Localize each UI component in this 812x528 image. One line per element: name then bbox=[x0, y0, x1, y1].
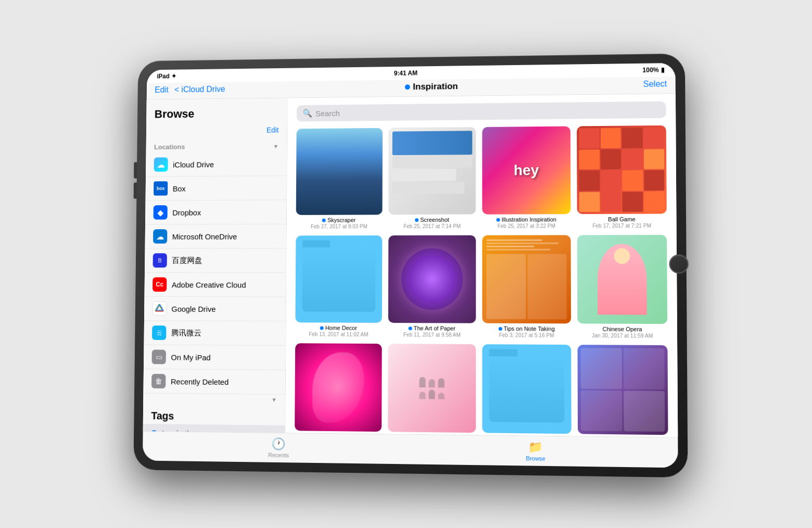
notestaking-name: Tips on Note Taking bbox=[498, 325, 554, 333]
locations-category: Locations ▼ bbox=[146, 136, 287, 153]
ballgame-date: Feb 17, 2017 at 7:21 PM bbox=[592, 223, 651, 229]
homedecor-dot bbox=[320, 326, 324, 330]
file-item-artofpaper[interactable]: The Art of Paper Feb 11, 2017 at 9:58 AM bbox=[388, 235, 476, 338]
sidebar-item-onedrive[interactable]: ☁ Microsoft OneDrive bbox=[145, 224, 286, 249]
sidebar-item-baidu[interactable]: B 百度网盘 bbox=[145, 248, 286, 273]
homedecor-thumb bbox=[295, 235, 382, 323]
volume-down-button bbox=[134, 182, 137, 198]
browse-label: Browse bbox=[526, 455, 545, 462]
screenshot-thumb bbox=[388, 127, 476, 215]
chineseopera-thumb bbox=[577, 235, 667, 324]
artofpaper-date: Feb 11, 2017 at 9:58 AM bbox=[403, 332, 461, 338]
status-right: 100% ▮ bbox=[642, 66, 665, 74]
nav-title-dot bbox=[404, 84, 410, 90]
file-item-illustrations[interactable]: Illustrations Jan 17, 2017 at 1:36 PM bbox=[482, 344, 571, 437]
locations-chevron: ▼ bbox=[273, 143, 279, 149]
dropbox-label: Dropbox bbox=[172, 208, 201, 217]
file-grid-area: 🔍 Search Skyscraper bbox=[285, 94, 678, 437]
skyscraper-name: Skyscraper bbox=[322, 217, 356, 224]
tab-browse[interactable]: 📁 Browse bbox=[526, 440, 545, 461]
chineseopera-name: Chinese Opera bbox=[602, 326, 642, 333]
pinkleaf-thumb bbox=[295, 344, 382, 432]
browse-icon: 📁 bbox=[528, 441, 543, 455]
sidebar-item-tencent[interactable]: 云 腾讯微云 bbox=[144, 321, 285, 346]
file-item-parksketch[interactable]: Park Sketch Jan 21, 2017 at 5:35 PM bbox=[388, 344, 476, 437]
sidebar-item-adobe[interactable]: Cc Adobe Creative Cloud bbox=[145, 273, 286, 297]
back-button[interactable]: < iCloud Drive bbox=[174, 85, 225, 95]
status-left: iPad ✦ bbox=[157, 72, 176, 80]
modernjewelry-thumb bbox=[577, 345, 668, 435]
icloud-label: iCloud Drive bbox=[173, 160, 214, 169]
ipad-screen: iPad ✦ 9:41 AM 100% ▮ Edit < iCloud Driv… bbox=[143, 63, 678, 468]
browse-title: Browse bbox=[146, 98, 287, 123]
adobe-icon: Cc bbox=[153, 278, 167, 292]
sidebar-item-trash[interactable]: 🗑 Recently Deleted bbox=[143, 369, 285, 395]
ballgame-name: Ball Game bbox=[608, 216, 636, 223]
sidebar-item-dropbox[interactable]: ◆ Dropbox bbox=[145, 200, 286, 224]
notestaking-date: Feb 3, 2017 at 5:16 PM bbox=[499, 332, 554, 338]
search-icon: 🔍 bbox=[303, 109, 313, 118]
notestaking-thumb bbox=[482, 235, 571, 324]
adobe-label: Adobe Creative Cloud bbox=[172, 280, 246, 289]
sidebar-item-icloud[interactable]: ☁ iCloud Drive bbox=[146, 152, 287, 177]
tencent-label: 腾讯微云 bbox=[171, 328, 201, 338]
tags-category: Tags bbox=[143, 404, 285, 425]
baidu-icon: B bbox=[153, 253, 167, 268]
file-grid: Skyscraper Feb 27, 2017 at 9:03 PM bbox=[290, 123, 674, 437]
illustration-name: Illustration Inspiration bbox=[497, 216, 556, 223]
tab-bar: 🕐 Recents 📁 Browse bbox=[143, 431, 678, 468]
file-item-modernjewelry[interactable]: Modern Jewelry Jan 14, 2017 at 9:57 AM bbox=[577, 345, 668, 437]
search-bar[interactable]: 🔍 Search bbox=[297, 101, 666, 121]
sidebar-item-ipad[interactable]: ▭ On My iPad bbox=[144, 345, 285, 370]
ipad-body: iPad ✦ 9:41 AM 100% ▮ Edit < iCloud Driv… bbox=[133, 54, 688, 478]
file-item-homedecor[interactable]: Home Decor Feb 13, 2017 at 11:02 AM bbox=[295, 235, 382, 337]
file-item-skyscraper[interactable]: Skyscraper Feb 27, 2017 at 9:03 PM bbox=[296, 128, 383, 230]
homedecor-date: Feb 13, 2017 at 11:02 AM bbox=[309, 332, 368, 338]
file-item-screenshot[interactable]: Screenshot Feb 25, 2017 at 7:14 PM bbox=[388, 127, 476, 229]
illustrations-thumb bbox=[482, 344, 571, 434]
box-label: Box bbox=[173, 184, 186, 193]
tencent-icon: 云 bbox=[152, 325, 166, 340]
tab-recents[interactable]: 🕐 Recents bbox=[268, 437, 289, 459]
file-item-illustration[interactable]: hey Illustration Inspiration Feb 25, 201… bbox=[482, 126, 570, 229]
artofpaper-name: The Art of Paper bbox=[409, 325, 455, 332]
illustration-date: Feb 25, 2017 at 3:22 PM bbox=[498, 223, 555, 229]
sidebar-item-google[interactable]: Google Drive bbox=[144, 297, 286, 321]
dropbox-icon: ◆ bbox=[154, 205, 168, 220]
illustration-thumb: hey bbox=[482, 126, 570, 214]
ipad-device-icon: ▭ bbox=[152, 350, 166, 364]
ipad-label: iPad ✦ bbox=[157, 72, 176, 80]
nav-title: Inspiration bbox=[404, 81, 458, 92]
skyscraper-thumb bbox=[296, 128, 383, 215]
screenshot-date: Feb 25, 2017 at 7:14 PM bbox=[403, 223, 461, 229]
trash-label: Recently Deleted bbox=[171, 377, 229, 386]
artofpaper-thumb bbox=[388, 235, 476, 323]
recents-icon: 🕐 bbox=[272, 437, 286, 451]
file-item-ballgame[interactable]: Ball Game Feb 17, 2017 at 7:21 PM bbox=[577, 125, 667, 229]
box-icon: box bbox=[154, 181, 168, 196]
homedecor-name: Home Decor bbox=[320, 325, 357, 332]
ipad-wrapper: iPad ✦ 9:41 AM 100% ▮ Edit < iCloud Driv… bbox=[120, 51, 692, 477]
home-button[interactable] bbox=[669, 255, 688, 274]
battery-label: 100% bbox=[642, 66, 659, 73]
status-time: 9:41 AM bbox=[394, 69, 417, 77]
sidebar: Browse Edit Locations ▼ ☁ iCloud Drive bbox=[143, 98, 288, 433]
locations-edit-button[interactable]: Edit bbox=[267, 126, 279, 134]
screenshot-dot bbox=[415, 218, 418, 222]
file-item-notestaking[interactable]: Tips on Note Taking Feb 3, 2017 at 5:16 … bbox=[482, 235, 571, 339]
ipad-device-label: On My iPad bbox=[171, 353, 210, 361]
file-item-chineseopera[interactable]: Chinese Opera Jan 30, 2017 at 11:59 AM bbox=[577, 235, 668, 339]
locations-expand-chevron: ▼ bbox=[271, 397, 277, 403]
notestaking-dot bbox=[498, 327, 502, 331]
select-button[interactable]: Select bbox=[643, 79, 667, 89]
search-placeholder: Search bbox=[315, 109, 340, 118]
volume-buttons bbox=[134, 162, 137, 198]
screenshot-name: Screenshot bbox=[415, 217, 449, 223]
edit-button[interactable]: Edit bbox=[155, 85, 169, 95]
onedrive-icon: ☁ bbox=[153, 229, 167, 244]
file-item-pinkleaf[interactable]: Pink Leaf Jan 28, 2017 at 3:09 PM bbox=[295, 344, 382, 437]
sidebar-item-box[interactable]: box Box bbox=[146, 176, 287, 201]
chineseopera-date: Jan 30, 2017 at 11:59 AM bbox=[592, 333, 653, 339]
trash-icon: 🗑 bbox=[151, 374, 166, 388]
volume-up-button bbox=[134, 162, 137, 178]
